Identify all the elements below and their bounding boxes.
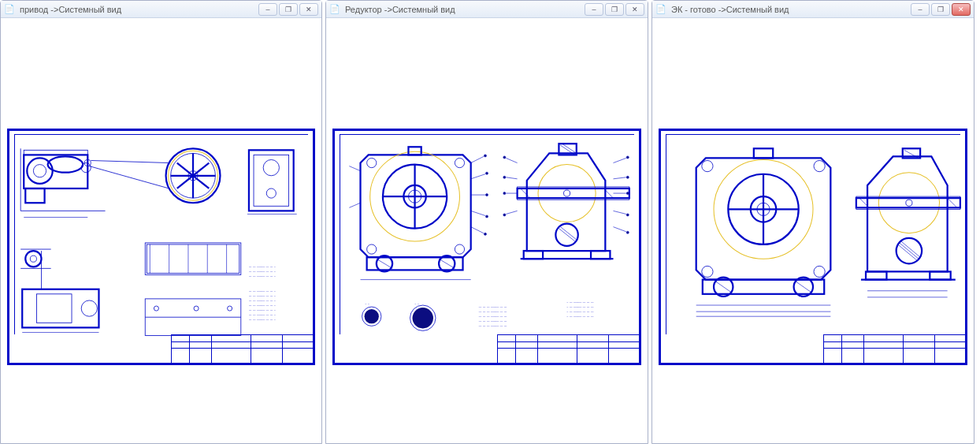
close-button[interactable]: ✕ xyxy=(952,3,971,16)
svg-rect-6 xyxy=(25,188,44,203)
svg-line-71 xyxy=(439,259,455,268)
svg-point-62 xyxy=(455,158,464,167)
svg-point-155 xyxy=(906,200,912,206)
svg-line-84 xyxy=(349,203,360,207)
svg-point-110 xyxy=(626,156,629,159)
svg-rect-144 xyxy=(754,148,773,158)
titlebar[interactable]: 📄 Редуктор ->Системный вид – ❐ ✕ xyxy=(326,1,648,18)
svg-line-73 xyxy=(471,156,484,162)
client-area[interactable] xyxy=(652,18,974,443)
svg-text:____________________: ____________________ xyxy=(248,274,276,278)
svg-rect-91 xyxy=(518,188,629,198)
svg-point-143 xyxy=(814,266,825,277)
svg-text:______________________: ______________________ xyxy=(478,314,508,317)
svg-point-82 xyxy=(484,233,486,235)
svg-line-70 xyxy=(377,259,392,268)
svg-point-44 xyxy=(154,306,158,311)
svg-point-116 xyxy=(626,214,629,216)
svg-line-117 xyxy=(613,227,625,232)
svg-line-159 xyxy=(948,198,957,207)
svg-rect-21 xyxy=(249,150,294,211)
svg-point-140 xyxy=(702,161,713,172)
mdi-window-reduktor: 📄 Редуктор ->Системный вид – ❐ ✕ xyxy=(325,0,648,444)
svg-text:___: ___ xyxy=(414,301,419,304)
minimize-button[interactable]: – xyxy=(911,3,930,16)
svg-point-23 xyxy=(263,159,279,175)
document-icon: 📄 xyxy=(655,4,666,15)
restore-button[interactable]: ❐ xyxy=(931,3,950,16)
svg-text:____________________: ____________________ xyxy=(248,289,276,292)
svg-point-89 xyxy=(538,165,596,222)
titlebar[interactable]: 📄 привод ->Системный вид – ❐ ✕ xyxy=(1,1,321,18)
svg-text:____________________: ____________________ xyxy=(248,308,276,311)
svg-point-108 xyxy=(503,214,506,216)
svg-rect-85 xyxy=(408,147,421,155)
svg-point-112 xyxy=(626,176,629,178)
svg-text:____________________: ____________________ xyxy=(248,317,276,320)
window-buttons: – ❐ ✕ xyxy=(911,3,971,16)
drawing-sheet xyxy=(659,129,967,365)
close-button[interactable]: ✕ xyxy=(625,3,644,16)
svg-text:____________________: ____________________ xyxy=(248,264,276,267)
document-icon: 📄 xyxy=(4,4,15,15)
svg-point-76 xyxy=(485,172,488,174)
svg-line-81 xyxy=(471,227,484,233)
svg-line-75 xyxy=(471,174,485,179)
minimize-button[interactable]: – xyxy=(585,3,603,16)
svg-line-88 xyxy=(562,144,576,153)
svg-point-114 xyxy=(626,192,629,195)
svg-text:____________________: ____________________ xyxy=(566,304,594,308)
cad-drawing xyxy=(661,131,965,363)
svg-line-97 xyxy=(560,227,576,240)
svg-point-141 xyxy=(814,161,825,172)
svg-rect-36 xyxy=(147,244,239,273)
client-area[interactable]: ___ ___ ______________________ _________… xyxy=(326,18,648,443)
close-button[interactable]: ✕ xyxy=(299,3,318,16)
svg-point-102 xyxy=(503,156,506,159)
svg-rect-164 xyxy=(866,271,886,279)
svg-text:______________________: ______________________ xyxy=(478,323,508,326)
svg-line-107 xyxy=(506,211,517,214)
titlebar[interactable]: 📄 ЭК - готово ->Системный вид – ❐ ✕ xyxy=(652,1,974,18)
svg-text:____________________: ____________________ xyxy=(566,309,594,312)
drawing-sheet: ___ ___ ______________________ _________… xyxy=(332,129,641,365)
svg-line-149 xyxy=(796,282,811,293)
mdi-window-ek-gotovo: 📄 ЭК - готово ->Системный вид – ❐ ✕ xyxy=(651,0,974,444)
minimize-button[interactable]: – xyxy=(258,3,277,16)
svg-text:___: ___ xyxy=(365,301,369,304)
cad-drawing: ___ ___ ______________________ _________… xyxy=(335,131,639,363)
svg-rect-145 xyxy=(703,280,824,294)
svg-point-33 xyxy=(81,300,97,316)
window-title: привод ->Системный вид xyxy=(20,5,254,14)
svg-text:____________________: ____________________ xyxy=(248,312,276,315)
svg-point-63 xyxy=(367,244,377,254)
svg-text:____________________: ____________________ xyxy=(248,269,276,272)
svg-line-96 xyxy=(559,229,574,241)
svg-point-74 xyxy=(484,155,486,157)
svg-rect-67 xyxy=(367,257,463,270)
svg-point-119 xyxy=(365,309,379,323)
svg-text:____________________: ____________________ xyxy=(566,314,594,317)
client-area[interactable]: ____________________ ___________________… xyxy=(1,18,321,443)
svg-line-19 xyxy=(91,161,169,163)
svg-line-79 xyxy=(471,211,485,215)
restore-button[interactable]: ❐ xyxy=(279,3,298,16)
svg-point-104 xyxy=(503,176,506,178)
svg-line-111 xyxy=(613,177,625,179)
window-title: Редуктор ->Системный вид xyxy=(345,5,580,14)
svg-line-148 xyxy=(715,282,731,293)
svg-line-93 xyxy=(521,188,530,198)
svg-rect-32 xyxy=(36,294,72,323)
svg-line-20 xyxy=(89,166,169,188)
svg-point-142 xyxy=(702,266,713,277)
svg-text:______________________: ______________________ xyxy=(478,309,508,312)
svg-rect-99 xyxy=(591,251,610,259)
svg-point-46 xyxy=(228,306,232,311)
svg-text:____________________: ____________________ xyxy=(248,303,276,306)
drawing-sheet: ____________________ ___________________… xyxy=(7,129,315,365)
svg-point-27 xyxy=(30,256,36,262)
svg-point-118 xyxy=(626,231,629,233)
restore-button[interactable]: ❐ xyxy=(605,3,624,16)
window-buttons: – ❐ ✕ xyxy=(258,3,318,16)
svg-rect-165 xyxy=(930,271,950,279)
